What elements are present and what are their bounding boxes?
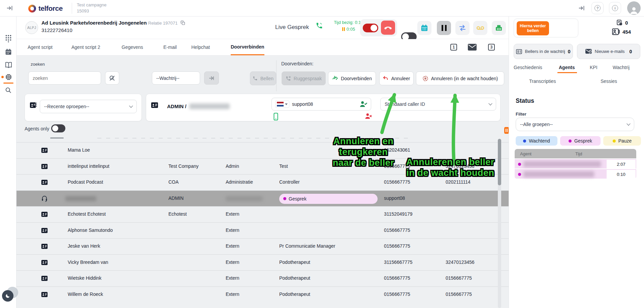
campaign-info: Test campagne 15093	[77, 2, 106, 14]
relation-label: Relatie 197071	[148, 21, 178, 26]
avatar[interactable]	[627, 1, 641, 15]
legend-gesprek[interactable]: Gesprek	[560, 136, 601, 146]
status-title: Status	[516, 97, 534, 104]
rtab-transcripties[interactable]: Transcripties	[529, 79, 556, 84]
contact-phone: 31222726410	[41, 27, 72, 33]
tab-agent-script[interactable]: Agent script	[28, 39, 53, 55]
fax-button[interactable]	[492, 21, 506, 35]
rtab-active-underline	[557, 72, 577, 73]
book-icon[interactable]	[4, 60, 13, 69]
magenta-dot-icon	[518, 173, 521, 176]
contact-card-icon	[41, 259, 48, 266]
rtab-kpi[interactable]: KPI	[590, 65, 598, 70]
topbar-divider	[72, 3, 72, 14]
group-filter-select[interactable]: --Alle groepen--	[516, 118, 634, 131]
tab-agent-script-2[interactable]: Agent script 2	[71, 39, 100, 55]
help-button[interactable]: ?	[591, 2, 604, 14]
collapse-panel-icon[interactable]	[578, 4, 585, 12]
agent-status-row[interactable]: 2:07	[515, 158, 636, 168]
left-sidebar	[0, 17, 17, 308]
table-scrollbar-track[interactable]	[498, 139, 501, 308]
panel-resize-handle[interactable]	[504, 127, 509, 134]
legend-pauze[interactable]: Pauze	[603, 136, 641, 146]
rtab-sessies[interactable]: Sessies	[601, 79, 617, 84]
calendar-nav-icon[interactable]	[4, 48, 13, 56]
pause-button[interactable]	[437, 21, 451, 35]
mail-icon[interactable]	[468, 44, 477, 51]
brand-logo[interactable]: telforce	[28, 4, 63, 12]
contacts-count: 454	[622, 29, 631, 35]
legend-wachtend[interactable]: Wachtend	[516, 136, 557, 146]
contact-card-icon	[41, 179, 48, 186]
copy-icon[interactable]	[181, 21, 185, 25]
table-row[interactable]: Alphonse SamutondoExtern0156667775	[17, 222, 509, 239]
agent-table-header: Agent Tijd	[515, 149, 636, 158]
table-row[interactable]: Echotest EchotestEchotestExtern311520491…	[17, 206, 509, 222]
active-call-icon	[316, 22, 323, 29]
agent-name-blurred	[523, 161, 601, 167]
annotation-cancel-hold: Annuleren en bellerin de wacht houden	[403, 157, 497, 178]
cell-phone1: 0156667775	[384, 227, 410, 233]
tab-gegevens[interactable]: Gegevens	[122, 39, 143, 55]
agent-name-blurred	[523, 171, 594, 177]
transfer-panel: zoeken --Wachtrij-- Doorverbinden: Belle…	[17, 56, 509, 308]
callers-queue-count: 0	[568, 49, 571, 54]
agent-status-row[interactable]: 0:10	[515, 168, 636, 179]
table-row[interactable]: Willem de RoeckExternPodotherapeut015666…	[17, 286, 509, 303]
cell-phone1: 0156667775	[384, 275, 410, 281]
contact-phone-icon	[612, 28, 620, 35]
rtab-geschiedenis[interactable]: Geschiedenis	[514, 65, 542, 70]
cell-name: Vicky Breedam van	[68, 259, 108, 265]
col-agent: Agent	[515, 151, 575, 156]
dialpad-icon[interactable]	[4, 34, 13, 43]
magenta-dot-icon	[518, 163, 521, 166]
table-row-selected[interactable]: ADMINsupport08Gesprek	[17, 190, 509, 207]
next-call-button[interactable]: Hierna verder bellen	[517, 21, 549, 35]
contact-card-icon	[41, 163, 48, 170]
cell-function: Pr Communicatie Manager	[279, 243, 335, 249]
cell-company: ADMIN	[168, 195, 184, 201]
cell-function: Podotherapeut	[279, 291, 310, 297]
search-nav-icon[interactable]	[4, 86, 13, 95]
page-three-icon[interactable]: 3	[488, 44, 495, 51]
mute-toggle[interactable]	[363, 24, 378, 32]
table-row[interactable]: Jeske van HerkExternPr Communicatie Mana…	[17, 238, 509, 254]
table-scrollbar-thumb[interactable]	[498, 139, 501, 185]
cell-company: COA	[168, 179, 179, 185]
calendar-button[interactable]	[417, 21, 431, 35]
callers-queue-button[interactable]: Bellers in de wachtrij 0	[514, 44, 573, 59]
campaign-nav-icon[interactable]	[4, 72, 13, 81]
agent-status-table: Agent Tijd 2:07 0:10	[515, 149, 636, 179]
rtab-agents[interactable]: Agents	[559, 65, 575, 70]
page-one-icon[interactable]: 1	[450, 44, 457, 51]
info-button[interactable]: i	[609, 2, 621, 14]
status-badge: Gesprek	[279, 194, 378, 204]
cell-name: Echotest Echotest	[68, 211, 106, 217]
tab-doorverbinden[interactable]: Doorverbinden	[231, 39, 264, 55]
cell-name: Jeske van Herk	[68, 243, 100, 249]
filter-label: Filter	[516, 112, 526, 117]
scheduled-counter[interactable]: 0	[616, 19, 628, 26]
cell-name: Alphonse Samutondo	[68, 227, 113, 233]
contacts-counter[interactable]: 454	[612, 28, 631, 35]
new-emails-count: 0	[630, 49, 632, 54]
new-emails-button[interactable]: Nieuwe e-mails 0	[577, 44, 640, 59]
callers-queue-label: Bellers in de wachtrij	[525, 49, 565, 54]
table-row[interactable]: Vicky Breedam vanExternPodotherapeut3115…	[17, 254, 509, 271]
hangup-button[interactable]	[381, 21, 395, 35]
chevron-down-icon	[626, 122, 630, 125]
tab-helpchat[interactable]: Helpchat	[191, 39, 210, 55]
table-row[interactable]: Wietske HiddinkExternPodotherapeut015666…	[17, 270, 509, 286]
transfer-button-icon[interactable]	[455, 21, 470, 35]
question-icon: ?	[594, 5, 601, 11]
moon-icon	[5, 293, 10, 299]
dark-mode-toggle[interactable]	[2, 290, 13, 302]
table-row[interactable]: Mama Loe1620243061	[17, 142, 509, 158]
tab-email[interactable]: E-mail	[163, 39, 177, 55]
sidebar-expand-icon[interactable]	[6, 4, 13, 12]
document-clock-icon	[616, 19, 623, 26]
voicemail-button[interactable]	[473, 21, 487, 35]
rtab-wachtrij[interactable]: Wachtrij	[613, 65, 630, 70]
new-emails-label: Nieuwe e-mails	[595, 49, 625, 54]
contact-name-blurred	[65, 196, 96, 201]
